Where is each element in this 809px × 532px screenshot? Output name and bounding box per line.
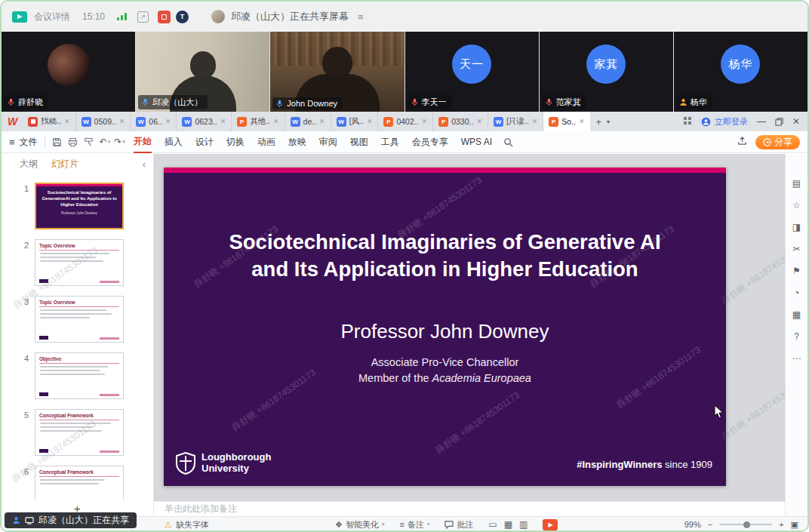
crop-icon[interactable]: ✂ — [792, 244, 800, 254]
login-button[interactable]: 立即登录 — [701, 116, 748, 128]
window-layout-icon[interactable] — [683, 115, 692, 128]
print-icon[interactable] — [68, 137, 78, 147]
file-menu[interactable]: 文件 — [20, 136, 38, 149]
more-icon[interactable]: ⋯ — [792, 353, 801, 364]
chart-icon[interactable]: ◔ — [794, 288, 799, 298]
document-tab[interactable]: [风.. ✕ — [331, 112, 379, 131]
smart-beautify-button[interactable]: ❖ 智能美化 ▾ — [335, 519, 384, 530]
document-tab[interactable]: 0402.. ✕ — [378, 112, 433, 131]
zoom-out-button[interactable]: − — [708, 520, 712, 529]
document-tab[interactable]: de.. ✕ — [285, 112, 331, 131]
reading-view-icon[interactable]: ▥ — [519, 519, 528, 530]
document-tab[interactable]: 找稿.. ✕ — [23, 112, 75, 131]
tab-outline[interactable]: 大纲 — [20, 158, 38, 171]
star-icon[interactable]: ☆ — [792, 200, 801, 211]
tool-badge-icon[interactable]: T — [176, 11, 189, 23]
copy-slide-icon[interactable]: ◨ — [792, 222, 801, 232]
open-external-icon[interactable]: ↗ — [137, 11, 149, 23]
sharing-status-pill[interactable]: 邱凌（山大）正在共享 — [5, 512, 137, 528]
close-tab-icon[interactable]: ✕ — [367, 118, 373, 125]
slide[interactable]: Sociotechnical Imaginaries of Generative… — [164, 168, 726, 486]
meeting-details-link[interactable]: 会议详情 — [34, 11, 70, 23]
tab-wps-ai[interactable]: WPS AI — [461, 131, 492, 153]
fit-window-icon[interactable]: ▣ — [791, 520, 798, 530]
zoom-slider-thumb[interactable] — [743, 521, 750, 528]
slide-number: 2 — [2, 239, 35, 286]
tab-slideshow[interactable]: 放映 — [288, 131, 306, 153]
redo-icon[interactable]: ↷ — [114, 137, 122, 147]
search-icon[interactable] — [503, 137, 513, 147]
layout-icon[interactable]: ▤ — [792, 178, 801, 189]
sorter-view-icon[interactable]: ▦ — [504, 519, 512, 530]
tab-slides[interactable]: 幻灯片 — [51, 158, 78, 171]
document-tab[interactable]: 0330.. ✕ — [433, 112, 488, 131]
close-tab-icon[interactable]: ✕ — [579, 118, 585, 125]
close-tab-icon[interactable]: ✕ — [273, 118, 279, 125]
comments-button[interactable]: 批注 — [444, 519, 473, 530]
document-tab[interactable]: 0509.. ✕ — [76, 112, 131, 131]
close-tab-icon[interactable]: ✕ — [220, 118, 226, 125]
save-icon[interactable] — [52, 137, 62, 147]
notes-button[interactable]: ≡ 备注 ▾ — [399, 519, 429, 530]
slide-title-line1: Sociotechnical Imaginaries of Generative… — [164, 229, 726, 256]
zoom-in-button[interactable]: + — [779, 520, 783, 529]
help-icon[interactable]: ? — [794, 331, 799, 342]
video-tile[interactable]: 薛舒晓 — [2, 32, 135, 112]
tab-member[interactable]: 会员专享 — [412, 131, 448, 153]
tab-design[interactable]: 设计 — [195, 131, 214, 153]
upload-icon[interactable] — [737, 135, 747, 149]
document-tab[interactable]: 0623.. ✕ — [177, 112, 232, 131]
close-tab-icon[interactable]: ✕ — [165, 118, 171, 125]
close-tab-icon[interactable]: ✕ — [319, 118, 325, 125]
document-tab[interactable]: 其他.. ✕ — [232, 112, 285, 131]
slide-canvas[interactable]: Sociotechnical Imaginaries of Generative… — [154, 154, 785, 501]
missing-font-warning[interactable]: ⚠ 缺失字体 — [165, 519, 209, 530]
list-icon[interactable]: ≡ — [358, 11, 364, 23]
document-tab[interactable]: 06.. ✕ — [131, 112, 177, 131]
close-tab-icon[interactable]: ✕ — [422, 118, 428, 125]
document-tab-active[interactable]: So.. ✕ — [543, 112, 590, 131]
close-tab-icon[interactable]: ✕ — [476, 118, 482, 125]
slide-thumbnail-item[interactable]: 3 Topic Overview — [2, 296, 153, 343]
tab-tools[interactable]: 工具 — [381, 131, 399, 153]
undo-caret-icon[interactable]: ▾ — [108, 139, 111, 145]
slide-thumbnail-item[interactable]: 4 Objective — [2, 352, 153, 399]
collapse-panel-icon[interactable]: ‹ — [143, 158, 146, 170]
close-tab-icon[interactable]: ✕ — [532, 118, 538, 125]
wps-logo[interactable]: W — [8, 115, 17, 128]
recording-badge-icon[interactable] — [158, 11, 171, 23]
new-tab-button[interactable]: + — [590, 116, 607, 128]
close-tab-icon[interactable]: ✕ — [119, 118, 125, 125]
minimize-button[interactable]: — — [757, 116, 766, 127]
normal-view-icon[interactable]: ▭ — [488, 519, 497, 530]
slide-thumbnail-item[interactable]: 2 Topic Overview — [2, 239, 153, 286]
tab-list-caret-icon[interactable]: ▾ — [607, 118, 610, 125]
close-tab-icon[interactable]: ✕ — [64, 118, 70, 125]
format-painter-icon[interactable] — [84, 137, 94, 147]
restore-button[interactable] — [775, 118, 783, 126]
undo-icon[interactable]: ↶ — [100, 137, 107, 147]
slide-thumbnail-item[interactable]: 1 Sociotechnical Imaginaries of Generati… — [2, 183, 153, 229]
tab-transitions[interactable]: 切换 — [226, 131, 245, 153]
video-tile[interactable]: 家萁 范家萁 — [540, 32, 673, 112]
tab-home[interactable]: 开始 — [134, 131, 152, 153]
tab-view[interactable]: 视图 — [350, 131, 368, 153]
video-tile-active-speaker[interactable]: John Downey — [270, 32, 404, 112]
share-button[interactable]: 分享 — [755, 135, 800, 149]
video-tile[interactable]: 杨华 杨华 — [674, 32, 807, 112]
close-button[interactable]: ✕ — [792, 116, 800, 127]
notes-bar[interactable]: 单击此处添加备注 — [154, 501, 785, 516]
zoom-slider[interactable] — [719, 524, 772, 525]
document-tab[interactable]: [只读.. ✕ — [488, 112, 543, 131]
slide-thumbnail-item[interactable]: 5 Conceptual Framework — [2, 409, 153, 456]
redo-caret-icon[interactable]: ▾ — [122, 139, 125, 145]
hamburger-menu-icon[interactable]: ≡ — [9, 137, 15, 148]
tab-insert[interactable]: 插入 — [165, 131, 183, 153]
play-slideshow-button[interactable]: ▶ — [543, 519, 558, 530]
video-tile[interactable]: 天一 李天一 — [405, 32, 539, 112]
flag-icon[interactable]: ⚑ — [792, 266, 801, 276]
tab-animation[interactable]: 动画 — [257, 131, 275, 153]
video-tile[interactable]: 邱凌（山大） — [136, 32, 269, 112]
tab-review[interactable]: 审阅 — [319, 131, 337, 153]
grid-icon[interactable]: ▦ — [792, 309, 801, 320]
